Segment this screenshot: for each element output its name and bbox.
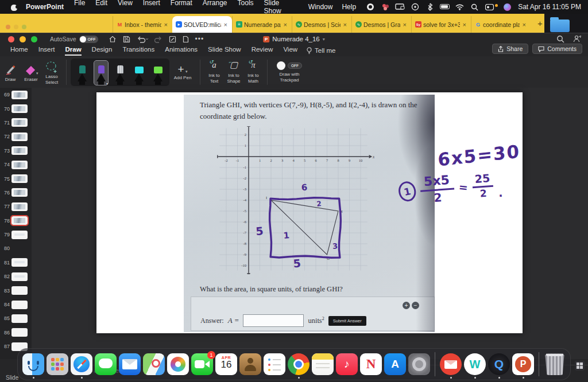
eraser-tool-button[interactable]: ▾ Eraser: [21, 62, 41, 82]
news-dock-icon[interactable]: N: [360, 353, 382, 375]
menu-app-powerpoint[interactable]: PowerPoint: [26, 3, 64, 11]
pen-swatch-4[interactable]: [132, 61, 146, 85]
slide-thumbnail-77[interactable]: [11, 202, 28, 211]
tab-close-icon[interactable]: ×: [521, 21, 527, 28]
calendar-dock-icon[interactable]: APR16: [215, 353, 237, 375]
chrome-dock-icon[interactable]: [288, 353, 310, 375]
format-painter-icon[interactable]: [169, 36, 176, 43]
slide-thumbnail-86[interactable]: [11, 328, 28, 337]
undo-icon[interactable]: [137, 36, 148, 43]
slide-thumbnail-78[interactable]: [11, 216, 28, 225]
screen-record-icon[interactable]: [365, 2, 375, 11]
zoom-window-button[interactable]: [31, 36, 37, 42]
draw-tool-button[interactable]: Draw: [1, 62, 20, 82]
ribbon-tab-review[interactable]: Review: [252, 46, 273, 56]
battery-icon[interactable]: [440, 2, 450, 11]
menu-edit[interactable]: Edit: [95, 0, 107, 15]
quicktime-dock-icon[interactable]: Q: [488, 353, 510, 375]
menu-tools[interactable]: Tools: [238, 0, 254, 15]
settings-dock-icon[interactable]: [408, 353, 430, 375]
messages-dock-icon[interactable]: [95, 353, 117, 375]
menu-arrange[interactable]: Arrange: [203, 0, 227, 15]
pen-swatch-1[interactable]: [75, 61, 89, 85]
presenter-icon[interactable]: [572, 35, 581, 44]
answer-input[interactable]: [243, 314, 304, 327]
comments-button[interactable]: Comments: [532, 44, 582, 54]
draw-with-trackpad-toggle[interactable]: OFF Draw with Trackpad: [272, 61, 307, 83]
desktop-grid-icon[interactable]: [575, 361, 585, 371]
tab-close-icon[interactable]: ×: [402, 21, 408, 28]
browser-tab-inbox-themiddle[interactable]: Inbox - themiddle×: [113, 16, 172, 33]
slide-thumbnail-69[interactable]: [11, 91, 28, 99]
slide-thumbnail-79[interactable]: [11, 231, 28, 239]
notes-dock-icon[interactable]: [312, 353, 334, 375]
zoom-in-button[interactable]: +: [403, 302, 410, 309]
browser-tab-desmos-graphing[interactable]: Desmos | Graphing×: [351, 16, 411, 33]
redo-icon[interactable]: [154, 36, 163, 43]
menu-file[interactable]: File: [74, 0, 85, 15]
menu-format[interactable]: Format: [171, 0, 192, 15]
browser-window-controls[interactable]: [6, 21, 31, 26]
menu-bar-clock[interactable]: Sat Apr 16 11:05 PM: [518, 3, 581, 11]
zoom-out-button[interactable]: −: [412, 302, 419, 309]
ribbon-tab-home[interactable]: Home: [10, 46, 28, 56]
trash-dock-icon[interactable]: [544, 353, 566, 375]
menu-view[interactable]: View: [118, 0, 133, 15]
finder-dock-icon[interactable]: [22, 353, 44, 375]
ink-to-text-button[interactable]: ↺a Ink to Text: [204, 60, 224, 83]
slide-canvas[interactable]: Triangle GHI, with vertices G(7,-9), H(8…: [96, 92, 523, 333]
pen-swatch-5[interactable]: [151, 61, 165, 85]
new-document-icon[interactable]: [183, 36, 189, 43]
slide-thumbnail-83[interactable]: [11, 286, 28, 295]
slide-thumbnail-76[interactable]: [11, 188, 28, 197]
contacts-dock-icon[interactable]: [239, 353, 261, 375]
tell-me-button[interactable]: Tell me: [307, 47, 335, 54]
share-button[interactable]: Share: [492, 44, 528, 54]
menu-help[interactable]: Help: [342, 3, 356, 11]
spotlight-search-icon[interactable]: [470, 2, 479, 11]
ribbon-tab-transitions[interactable]: Transitions: [122, 46, 154, 56]
wordtune-dock-icon[interactable]: W: [464, 353, 486, 375]
slide-thumbnail-82[interactable]: [11, 272, 28, 281]
tab-close-icon[interactable]: ×: [163, 21, 169, 28]
browser-tab-solve-for-3x-3y-1[interactable]: solve for 3x+3y=1×: [411, 16, 471, 33]
gmail-dock-icon[interactable]: [440, 353, 462, 375]
browser-tab-solved-mlicavnch[interactable]: SOLVED:mlicavnch×: [172, 16, 232, 33]
pen-swatch-2[interactable]: ▾: [94, 61, 108, 85]
slide-thumbnail-71[interactable]: [11, 118, 28, 127]
more-commands-icon[interactable]: •••: [195, 35, 204, 43]
apple-menu-icon[interactable]: [10, 3, 18, 11]
tab-close-icon[interactable]: ×: [223, 21, 229, 28]
document-title[interactable]: Numerade 4_16: [272, 36, 319, 42]
minimize-window-button[interactable]: [20, 36, 26, 42]
tab-close-icon[interactable]: ×: [342, 21, 348, 28]
slide-thumbnail-81[interactable]: [11, 258, 28, 267]
slide-thumbnail-70[interactable]: [11, 104, 28, 113]
pen-swatch-3[interactable]: [113, 61, 127, 85]
app-store-dock-icon[interactable]: A: [384, 353, 406, 375]
add-pen-button[interactable]: + ▾ Add Pen: [169, 64, 196, 80]
facetime-dock-icon[interactable]: 1: [191, 353, 213, 375]
submit-answer-button[interactable]: Submit Answer: [328, 316, 366, 326]
browser-tab-coordinate-plane[interactable]: coordinate plane×: [471, 16, 531, 33]
safari-dock-icon[interactable]: [71, 353, 92, 375]
slide-thumbnail-84[interactable]: [11, 301, 28, 309]
ribbon-tab-draw[interactable]: Draw: [65, 46, 81, 56]
home-icon[interactable]: [109, 35, 117, 43]
launchpad-dock-icon[interactable]: [47, 353, 68, 375]
powerpoint-dock-icon[interactable]: P: [512, 353, 534, 375]
search-icon[interactable]: [556, 35, 564, 44]
photos-dock-icon[interactable]: [167, 353, 189, 375]
ribbon-tab-design[interactable]: Design: [92, 46, 113, 56]
slide-thumbnail-72[interactable]: [11, 132, 28, 141]
menu-insert[interactable]: Insert: [143, 0, 160, 15]
maps-dock-icon[interactable]: [143, 353, 165, 375]
ribbon-tab-animations[interactable]: Animations: [165, 46, 198, 56]
ink-to-shape-button[interactable]: ⌐▢ Ink to Shape: [224, 60, 243, 83]
mail-dock-icon[interactable]: [119, 353, 141, 375]
title-chevron-icon[interactable]: ▾: [323, 37, 325, 42]
bluetooth-icon[interactable]: [425, 2, 435, 11]
ribbon-tab-slide-show[interactable]: Slide Show: [208, 46, 241, 56]
slide-thumbnail-73[interactable]: [11, 146, 28, 155]
slide-thumbnail-85[interactable]: [11, 314, 28, 323]
